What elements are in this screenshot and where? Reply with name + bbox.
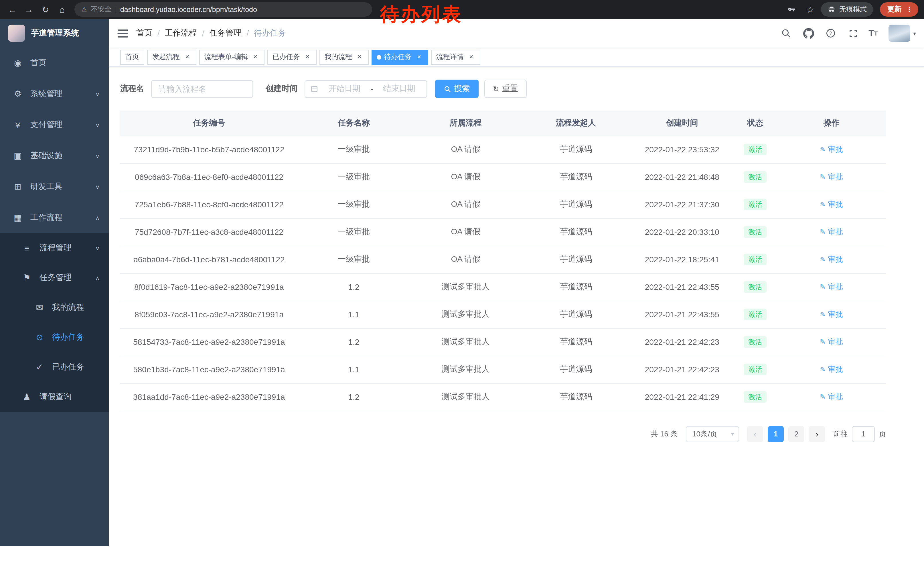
update-button[interactable]: 更新 ⋮ [880, 2, 918, 17]
sidebar-item-todo-tasks[interactable]: ⊙ 待办任务 [0, 323, 109, 352]
process-name-input[interactable] [151, 80, 253, 98]
search-icon[interactable] [779, 26, 793, 41]
cell-action: ✎审批 [777, 218, 886, 246]
table-body: 73211d9d-7b9b-11ec-b5b7-acde48001122一级审批… [120, 136, 886, 411]
cell-action: ✎审批 [777, 246, 886, 273]
sidebar-item-leave-query[interactable]: ♟ 请假查询 [0, 382, 109, 412]
font-size-icon[interactable]: TT [868, 29, 878, 38]
page-button-1[interactable]: 1 [768, 426, 784, 442]
bookmark-star-icon[interactable]: ☆ [806, 4, 814, 15]
sidebar-item-process-mgmt[interactable]: ≡ 流程管理 ∨ [0, 233, 109, 263]
tab-start-process[interactable]: 发起流程 × [147, 50, 196, 65]
close-icon[interactable]: × [467, 53, 475, 61]
page-url: dashboard.yudao.iocoder.cn/bpm/task/todo [120, 6, 257, 14]
close-icon[interactable]: × [415, 53, 423, 61]
fullscreen-icon[interactable] [846, 26, 860, 41]
approve-link[interactable]: ✎审批 [820, 199, 843, 210]
approve-link[interactable]: ✎审批 [820, 254, 843, 264]
cell-action: ✎审批 [777, 136, 886, 163]
page-size-select[interactable]: 10条/页 ▾ [686, 426, 739, 442]
cell-starter: 芋道源码 [522, 246, 630, 273]
sidebar-item-devtools[interactable]: ⊞ 研发工具 ∨ [0, 171, 109, 202]
address-bar[interactable]: ⚠ 不安全 dashboard.yudao.iocoder.cn/bpm/tas… [74, 2, 372, 17]
breadcrumb-task-mgmt[interactable]: 任务管理 [210, 28, 242, 38]
next-page-button[interactable]: › [809, 426, 825, 442]
sidebar-item-label: 请假查询 [39, 392, 72, 402]
tab-process-detail[interactable]: 流程详情 × [431, 50, 480, 65]
reset-button[interactable]: ↻ 重置 [484, 80, 527, 98]
browser-menu-icon[interactable]: ⋮ [906, 5, 913, 14]
breadcrumb-home[interactable]: 首页 [136, 28, 152, 38]
sidebar-item-label: 已办任务 [52, 362, 84, 372]
tab-todo-tasks[interactable]: 待办任务 × [372, 50, 428, 65]
sidebar-toggle-icon[interactable] [109, 19, 136, 48]
sidebar-item-task-mgmt[interactable]: ⚑ 任务管理 ∧ [0, 263, 109, 293]
back-icon[interactable]: ← [4, 2, 20, 17]
cell-name: 1.2 [298, 383, 410, 411]
sidebar-item-label: 研发工具 [30, 182, 62, 192]
home-icon[interactable]: ⌂ [54, 2, 70, 17]
cell-time: 2022-01-22 21:37:30 [630, 191, 734, 218]
start-date-placeholder: 开始日期 [322, 84, 366, 94]
approve-link[interactable]: ✎审批 [820, 392, 843, 402]
breadcrumb-workflow[interactable]: 工作流程 [165, 28, 197, 38]
tab-home[interactable]: 首页 [120, 50, 144, 65]
help-icon[interactable]: ? [824, 26, 837, 41]
sidebar-item-workflow[interactable]: ▦ 工作流程 ∧ [0, 202, 109, 233]
date-range-picker[interactable]: 开始日期 - 结束日期 [304, 80, 427, 98]
cell-status: 激活 [734, 163, 777, 191]
cell-starter: 芋道源码 [522, 218, 630, 246]
sidebar-item-label: 首页 [30, 58, 46, 68]
sidebar-item-done-tasks[interactable]: ✓ 已办任务 [0, 352, 109, 382]
github-icon[interactable] [801, 26, 815, 41]
approve-link[interactable]: ✎审批 [820, 337, 843, 347]
cell-status: 激活 [734, 246, 777, 273]
close-icon[interactable]: × [356, 53, 363, 61]
sidebar-item-my-process[interactable]: ✉ 我的流程 [0, 293, 109, 323]
user-menu[interactable]: ▾ [888, 25, 916, 42]
create-time-label: 创建时间 [266, 84, 298, 94]
edit-icon: ✎ [820, 173, 826, 181]
cell-status: 激活 [734, 383, 777, 411]
col-create-time: 创建时间 [630, 111, 734, 136]
edit-icon: ✎ [820, 338, 826, 346]
search-button[interactable]: 搜索 [435, 80, 478, 98]
cell-action: ✎审批 [777, 328, 886, 356]
cell-id: 73211d9d-7b9b-11ec-b5b7-acde48001122 [120, 136, 298, 163]
close-icon[interactable]: × [303, 53, 311, 61]
page-button-2[interactable]: 2 [788, 426, 804, 442]
forward-icon[interactable]: → [21, 2, 37, 17]
cell-name: 1.2 [298, 328, 410, 356]
tab-process-form-edit[interactable]: 流程表单-编辑 × [199, 50, 264, 65]
close-icon[interactable]: × [251, 53, 260, 61]
key-icon[interactable] [784, 2, 800, 17]
app-title: 芋道管理系统 [31, 28, 79, 38]
cell-starter: 芋道源码 [522, 301, 630, 328]
sidebar-item-infrastructure[interactable]: ▣ 基础设施 ∨ [0, 140, 109, 171]
sidebar-item-payment[interactable]: ¥ 支付管理 ∨ [0, 110, 109, 140]
breadcrumb-separator: / [202, 29, 204, 38]
tab-done-tasks[interactable]: 已办任务 × [267, 50, 316, 65]
prev-page-button[interactable]: ‹ [747, 426, 763, 442]
tab-my-process[interactable]: 我的流程 × [320, 50, 369, 65]
goto-page-input[interactable] [852, 426, 875, 442]
approve-link[interactable]: ✎审批 [820, 227, 843, 237]
close-icon[interactable]: × [183, 53, 191, 61]
cell-action: ✎审批 [777, 356, 886, 383]
approve-link[interactable]: ✎审批 [820, 309, 843, 320]
gear-icon: ⚙ [12, 89, 24, 99]
sidebar-item-label: 系统管理 [30, 89, 62, 99]
approve-link[interactable]: ✎审批 [820, 282, 843, 292]
cell-status: 激活 [734, 301, 777, 328]
approve-link[interactable]: ✎审批 [820, 172, 843, 182]
sidebar-item-home[interactable]: ◉ 首页 [0, 48, 109, 78]
avatar [888, 25, 910, 42]
cell-starter: 芋道源码 [522, 383, 630, 411]
cell-process: 测试多审批人 [410, 273, 522, 301]
approve-label: 审批 [828, 282, 843, 292]
tags-view-bar: 首页 发起流程 × 流程表单-编辑 × 已办任务 × 我的流程 × 待办任务 × [109, 48, 924, 67]
approve-link[interactable]: ✎审批 [820, 364, 843, 375]
approve-link[interactable]: ✎审批 [820, 144, 843, 155]
refresh-icon[interactable]: ↻ [38, 2, 53, 17]
sidebar-item-system[interactable]: ⚙ 系统管理 ∨ [0, 78, 109, 110]
